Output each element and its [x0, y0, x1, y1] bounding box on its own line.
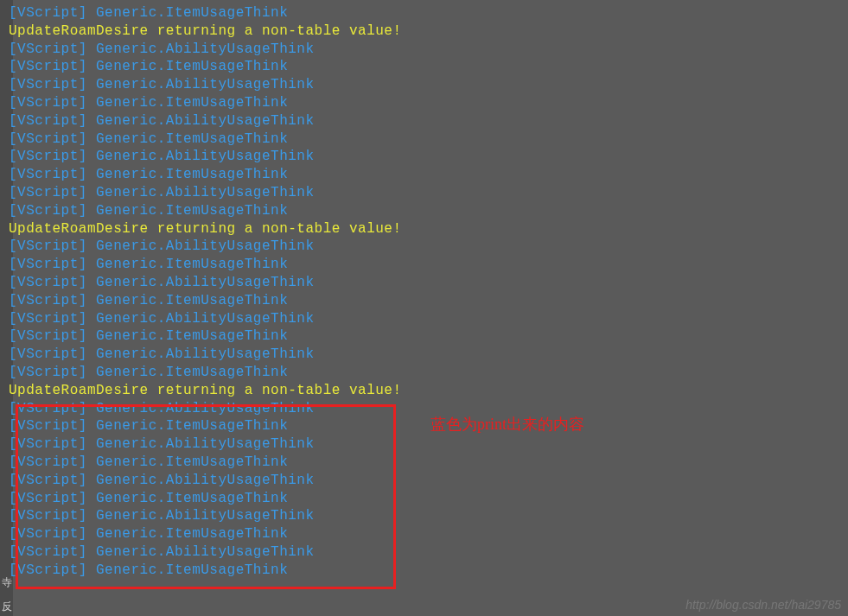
- annotation-text: 蓝色为print出来的内容: [430, 415, 584, 435]
- console-line: [VScript] Generic.ItemUsageThink: [9, 490, 839, 508]
- console-line: UpdateRoamDesire returning a non-table v…: [9, 220, 839, 238]
- console-line: [VScript] Generic.AbilityUsageThink: [9, 41, 839, 59]
- console-line: [VScript] Generic.AbilityUsageThink: [9, 238, 839, 256]
- console-line: [VScript] Generic.AbilityUsageThink: [9, 346, 839, 364]
- console-line: [VScript] Generic.ItemUsageThink: [9, 327, 839, 346]
- console-line: [VScript] Generic.ItemUsageThink: [9, 525, 839, 543]
- console-line: [VScript] Generic.ItemUsageThink: [9, 292, 839, 310]
- console-line: [VScript] Generic.AbilityUsageThink: [9, 310, 839, 328]
- console-line: UpdateRoamDesire returning a non-table v…: [9, 382, 839, 400]
- console-line: [VScript] Generic.ItemUsageThink: [9, 562, 839, 580]
- console-line: [VScript] Generic.ItemUsageThink: [9, 454, 839, 472]
- console-line: [VScript] Generic.AbilityUsageThink: [9, 112, 839, 130]
- console-line: [VScript] Generic.AbilityUsageThink: [9, 148, 839, 166]
- console-line: [VScript] Generic.ItemUsageThink: [9, 58, 839, 76]
- console-line: [VScript] Generic.AbilityUsageThink: [9, 543, 839, 562]
- console-line: [VScript] Generic.AbilityUsageThink: [9, 184, 839, 202]
- console-line: [VScript] Generic.ItemUsageThink: [9, 256, 839, 274]
- console-line: UpdateRoamDesire returning a non-table v…: [9, 22, 839, 41]
- console-line: [VScript] Generic.ItemUsageThink: [9, 94, 839, 112]
- watermark-text: http://blog.csdn.net/hai29785: [685, 597, 841, 613]
- console-output: [VScript] Generic.ItemUsageThinkUpdateRo…: [0, 0, 848, 584]
- console-line: [VScript] Generic.ItemUsageThink: [9, 130, 839, 149]
- console-line: [VScript] Generic.ItemUsageThink: [9, 4, 839, 22]
- console-line: [VScript] Generic.ItemUsageThink: [9, 166, 839, 184]
- console-line: [VScript] Generic.AbilityUsageThink: [9, 400, 839, 418]
- console-line: [VScript] Generic.AbilityUsageThink: [9, 435, 839, 454]
- console-line: [VScript] Generic.AbilityUsageThink: [9, 76, 839, 94]
- console-line: [VScript] Generic.ItemUsageThink: [9, 417, 839, 435]
- console-line: [VScript] Generic.AbilityUsageThink: [9, 472, 839, 490]
- console-line: [VScript] Generic.ItemUsageThink: [9, 364, 839, 382]
- console-line: [VScript] Generic.ItemUsageThink: [9, 202, 839, 220]
- side-character-2: 反: [2, 600, 12, 614]
- console-line: [VScript] Generic.AbilityUsageThink: [9, 274, 839, 292]
- console-line: [VScript] Generic.AbilityUsageThink: [9, 507, 839, 525]
